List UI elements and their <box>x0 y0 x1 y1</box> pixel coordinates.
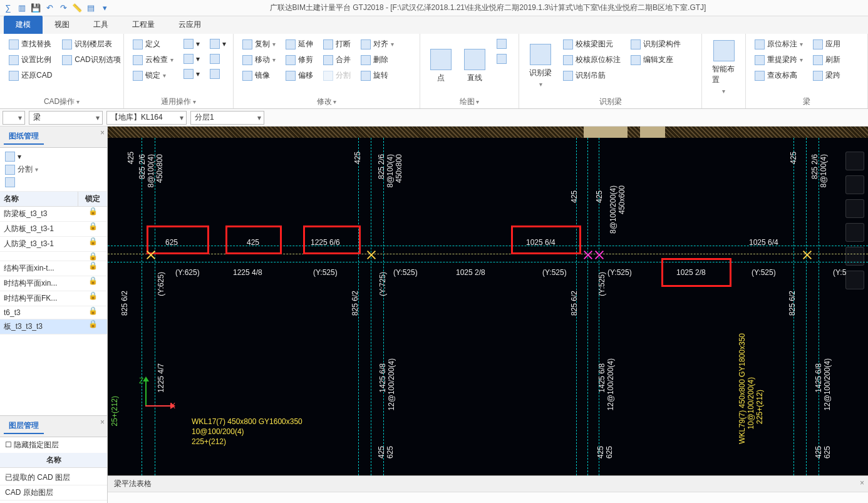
btn-break[interactable]: 打断 <box>321 38 353 51</box>
btn-define[interactable]: 定义 <box>130 38 176 51</box>
btn-restore-cad[interactable]: 还原CAD <box>6 69 54 82</box>
btn-detect-beam[interactable]: 识别梁 <box>523 36 558 95</box>
btn-detect-hang[interactable]: 识别吊筋 <box>561 69 623 82</box>
qat-undo-icon[interactable]: ↶ <box>44 3 55 14</box>
window-title: 广联达BIM土建计量平台 GTJ2018 - [F:\武汉亿泽2018.1.21… <box>110 3 865 13</box>
close-icon[interactable]: × <box>860 479 864 487</box>
btn-mini-1[interactable]: ▾ <box>3 150 105 163</box>
btn-smart-layout[interactable]: 智能布置 <box>706 36 741 98</box>
tab-model[interactable]: 建模 <box>4 16 43 34</box>
tree-row[interactable]: 人防梁_t3_t3-1🔒 <box>0 237 107 252</box>
node-marker <box>802 249 813 261</box>
btn-edit-support[interactable]: 编辑支座 <box>628 53 683 66</box>
btn-gen4[interactable]: ▾ <box>207 38 229 50</box>
node-marker <box>594 249 605 261</box>
qat-ruler-icon[interactable]: 📏 <box>71 3 83 14</box>
btn-trim[interactable]: 修剪 <box>283 53 316 66</box>
btn-split-mini[interactable]: 分割 <box>3 163 105 176</box>
btn-find-replace[interactable]: 查找替换 <box>6 38 54 51</box>
qat-dropdown-icon[interactable]: ▾ <box>99 3 110 14</box>
btn-move[interactable]: 移动 <box>240 53 278 66</box>
btn-set-scale[interactable]: 设置比例 <box>6 53 54 66</box>
btn-split[interactable]: 分割 <box>321 69 353 82</box>
group-draw-label[interactable]: 绘图 <box>424 95 515 108</box>
qat-report-icon[interactable]: ▤ <box>85 3 96 14</box>
tree-row[interactable]: 时结构平面FK...🔒 <box>0 291 107 306</box>
btn-point[interactable]: 点 <box>424 36 458 95</box>
view-tool-6[interactable] <box>845 271 864 289</box>
btn-offset[interactable]: 偏移 <box>283 69 316 82</box>
btn-detect-floor[interactable]: 识别楼层表 <box>59 38 123 51</box>
qat-insert-icon[interactable]: ▥ <box>16 3 28 14</box>
tree-row[interactable]: 🔒 <box>0 252 107 261</box>
btn-lock[interactable]: 锁定 <box>130 69 176 82</box>
node-marker <box>582 249 594 261</box>
btn-gen1[interactable]: ▾ <box>181 38 202 50</box>
btn-detect-comp[interactable]: 识别梁构件 <box>628 38 683 51</box>
tree-row[interactable]: 时结构平面xin...🔒 <box>0 276 107 291</box>
drawing-canvas[interactable]: 425 425 425 425 425 825 2/6 8@100(4) 450… <box>108 127 868 475</box>
bottom-panel-title: 梁平法表格 <box>114 479 152 488</box>
tree-row[interactable]: t6_t3🔒 <box>0 306 107 319</box>
view-tool-5[interactable] <box>845 247 864 266</box>
axis-gizmo: Z X <box>139 375 177 413</box>
btn-check-elev[interactable]: 查改标高 <box>752 69 805 82</box>
btn-orig-label[interactable]: 原位标注 <box>752 38 805 51</box>
hide-layer-check[interactable]: ☐ 隐藏指定图层 <box>0 437 107 453</box>
btn-copy[interactable]: 复制 <box>240 38 278 51</box>
btn-delete[interactable]: 删除 <box>358 53 396 66</box>
qat-sigma-icon[interactable]: ∑ <box>3 3 14 14</box>
btn-gen6[interactable] <box>207 68 229 80</box>
btn-mini-3[interactable] <box>3 176 105 189</box>
btn-cloud-check[interactable]: 云检查 <box>130 53 176 66</box>
group-common-label[interactable]: 通用操作 <box>128 95 229 108</box>
btn-rotate[interactable]: 旋转 <box>358 69 396 82</box>
drawing-panel-header: 图纸管理 × <box>0 127 107 148</box>
view-tool-1[interactable] <box>845 152 864 170</box>
view-tool-3[interactable] <box>845 199 864 218</box>
close-icon[interactable]: × <box>100 418 105 427</box>
btn-mirror[interactable]: 镜像 <box>240 69 278 82</box>
tab-view[interactable]: 视图 <box>43 16 81 34</box>
btn-check-beam[interactable]: 校核梁图元 <box>561 38 623 51</box>
combo-layer[interactable]: 分层1▾ <box>190 111 264 125</box>
btn-raise-span[interactable]: 重提梁跨 <box>752 53 805 66</box>
combo-element[interactable]: 【地库】KL164▾ <box>106 111 187 125</box>
tab-qty[interactable]: 工程量 <box>120 16 167 34</box>
qat-save-icon[interactable]: 💾 <box>30 3 41 14</box>
tab-cloud[interactable]: 云应用 <box>167 16 213 34</box>
tree-row[interactable]: 防梁板_t3_t3🔒 <box>0 207 107 222</box>
btn-gen3[interactable]: ▾ <box>181 68 202 80</box>
combo-type-small[interactable]: ▾ <box>3 111 25 125</box>
draw-extra-2[interactable] <box>494 53 509 65</box>
btn-line[interactable]: 直线 <box>458 36 492 95</box>
btn-gen2[interactable]: ▾ <box>181 53 202 65</box>
btn-cross[interactable]: 梁跨 <box>810 69 843 82</box>
main-area: 图纸管理 × ▾ 分割 名称锁定 防梁板_t3_t3🔒人防板_t3_t3-1🔒人… <box>0 127 868 503</box>
close-icon[interactable]: × <box>100 128 105 137</box>
layer-row[interactable]: 已提取的 CAD 图层 <box>0 470 107 485</box>
selector-row: ▾ 梁▾ 【地库】KL164▾ 分层1▾ <box>0 109 868 127</box>
btn-align[interactable]: 对齐 <box>358 38 396 51</box>
btn-apply[interactable]: 应用 <box>810 38 843 51</box>
tree-row[interactable]: 结构平面xin-t...🔒 <box>0 261 107 276</box>
combo-category[interactable]: 梁▾ <box>29 111 103 125</box>
btn-merge[interactable]: 合并 <box>321 53 353 66</box>
btn-refresh[interactable]: 刷新 <box>810 53 843 66</box>
draw-extra-1[interactable] <box>494 38 509 50</box>
qat-redo-icon[interactable]: ↷ <box>58 3 69 14</box>
btn-cad-options[interactable]: CAD识别选项 <box>59 53 123 66</box>
group-cad-label[interactable]: CAD操作 <box>4 95 120 108</box>
view-tool-2[interactable] <box>845 175 864 194</box>
tree-row[interactable]: 人防板_t3_t3-1🔒 <box>0 222 107 237</box>
bottom-panel: 梁平法表格 × <box>108 475 868 492</box>
layer-row[interactable]: CAD 原始图层 <box>0 485 107 500</box>
btn-gen5[interactable] <box>207 53 229 65</box>
group-modify-label[interactable]: 修改 <box>237 95 416 108</box>
tab-tool[interactable]: 工具 <box>81 16 120 34</box>
view-tool-4[interactable] <box>845 223 864 242</box>
title-bar: ∑ ▥ 💾 ↶ ↷ 📏 ▤ ▾ 广联达BIM土建计量平台 GTJ2018 - [… <box>0 0 868 16</box>
btn-check-orig[interactable]: 校核原位标注 <box>561 53 623 66</box>
tree-row[interactable]: 板_t3_t3_t3🔒 <box>0 319 107 334</box>
btn-extend[interactable]: 延伸 <box>283 38 316 51</box>
